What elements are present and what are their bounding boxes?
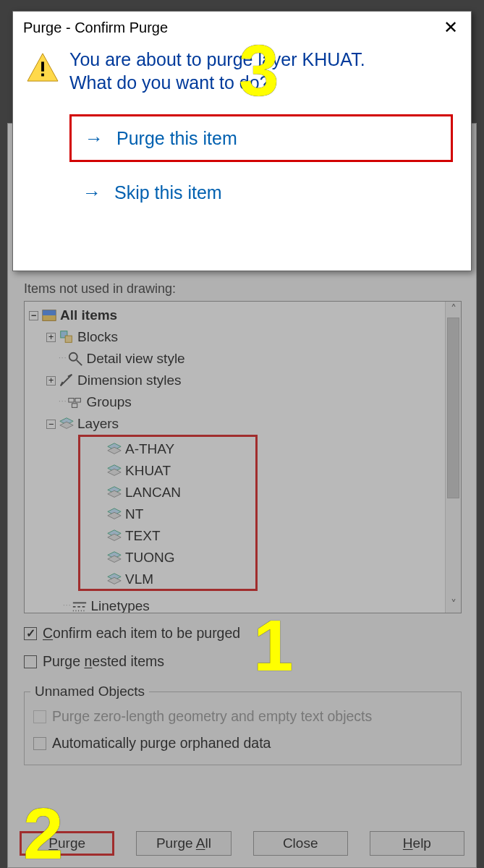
- svg-marker-12: [108, 447, 121, 454]
- arrow-right-icon: →: [82, 182, 101, 204]
- tree-dim[interactable]: + Dimension styles: [29, 370, 461, 391]
- confirm-title: Purge - Confirm Purge: [23, 20, 168, 36]
- layers-icon: [59, 417, 75, 431]
- layer-icon: [106, 550, 122, 565]
- svg-rect-29: [41, 61, 44, 71]
- layer-name: TEXT: [125, 528, 161, 544]
- svg-marker-16: [108, 490, 121, 497]
- detail-icon: [67, 352, 83, 366]
- groups-icon: [67, 395, 83, 409]
- checkbox-icon[interactable]: [24, 655, 37, 668]
- scroll-up-icon[interactable]: ˄: [446, 302, 461, 318]
- all-items-icon: [41, 308, 57, 323]
- close-icon[interactable]: ✕: [439, 17, 462, 38]
- svg-line-5: [77, 360, 82, 365]
- annotation-1: 1: [253, 604, 294, 687]
- layer-icon: [106, 529, 122, 543]
- layer-item[interactable]: TEXT: [80, 525, 255, 547]
- blocks-icon: [59, 330, 75, 344]
- tree-scrollbar[interactable]: ˄ ˅: [445, 302, 461, 613]
- help-button[interactable]: Help: [370, 831, 464, 856]
- layer-name: LANCAN: [125, 485, 181, 501]
- layer-icon: [106, 572, 122, 587]
- tree-linetypes[interactable]: ··· Linetypes: [33, 595, 150, 613]
- warning-icon: [26, 52, 62, 94]
- purge-zero-length-checkbox: Purge zero-length geometry and empty tex…: [33, 708, 452, 725]
- svg-marker-22: [108, 556, 121, 562]
- unnamed-legend: Unnamed Objects: [30, 684, 149, 699]
- svg-rect-8: [72, 404, 77, 408]
- button-bar: Purge Purge All Close Help: [20, 831, 464, 860]
- layer-item[interactable]: LANCAN: [80, 482, 255, 503]
- layer-icon: [106, 485, 122, 500]
- svg-rect-7: [75, 399, 80, 403]
- layer-name: VLM: [125, 571, 153, 587]
- annotation-2: 2: [23, 792, 64, 868]
- svg-rect-6: [69, 399, 74, 403]
- checkbox-icon[interactable]: [33, 737, 46, 750]
- collapse-icon[interactable]: −: [29, 311, 38, 320]
- scroll-down-icon[interactable]: ˅: [446, 597, 461, 613]
- skip-this-item-link[interactable]: → Skip this item: [69, 171, 471, 214]
- purge-orphaned-checkbox[interactable]: Automatically purge orphaned data: [33, 735, 452, 752]
- purge-all-button[interactable]: Purge All: [136, 831, 231, 856]
- tree-panel[interactable]: − All items + Blocks ··· Detail view sty…: [24, 301, 462, 613]
- layer-name: TUONG: [125, 550, 175, 566]
- tree-label: Dimension styles: [77, 370, 182, 391]
- expand-icon[interactable]: +: [46, 376, 56, 386]
- layer-item[interactable]: A-THAY: [80, 438, 255, 460]
- checkbox-icon: [33, 710, 46, 723]
- tree-detail[interactable]: ··· Detail view style: [29, 348, 461, 370]
- layer-item[interactable]: KHUAT: [80, 460, 255, 482]
- items-label: Items not used in drawing:: [24, 281, 462, 297]
- tree-label: All items: [60, 305, 117, 326]
- tree-label: Groups: [86, 391, 131, 413]
- close-button[interactable]: Close: [253, 831, 348, 856]
- tree-groups[interactable]: ··· Groups: [29, 391, 461, 413]
- svg-rect-3: [65, 336, 72, 342]
- layer-icon: [106, 442, 122, 456]
- confirm-each-checkbox[interactable]: Confirm each item to be purged: [24, 625, 462, 642]
- svg-marker-10: [60, 422, 73, 428]
- tree: − All items + Blocks ··· Detail view sty…: [25, 302, 461, 435]
- svg-rect-1: [43, 310, 56, 315]
- purge-this-item-link[interactable]: → Purge this item: [69, 114, 453, 162]
- linetypes-icon: [72, 599, 88, 613]
- unnamed-objects-group: Unnamed Objects Purge zero-length geomet…: [24, 692, 462, 765]
- layers-highlight: A-THAYKHUATLANCANNTTEXTTUONGVLM: [78, 435, 258, 591]
- svg-marker-18: [108, 512, 121, 519]
- tree-all-items[interactable]: − All items: [29, 305, 461, 326]
- annotation-3: 3: [239, 29, 279, 112]
- checkbox-icon[interactable]: [24, 627, 37, 640]
- layer-icon: [106, 507, 122, 522]
- purge-nested-checkbox[interactable]: Purge nested items: [24, 653, 462, 670]
- svg-marker-14: [108, 469, 121, 475]
- layer-name: KHUAT: [125, 463, 171, 479]
- layer-icon: [106, 464, 122, 478]
- tree-layers[interactable]: − Layers: [29, 413, 461, 435]
- layer-name: NT: [125, 506, 143, 522]
- svg-point-4: [69, 353, 77, 361]
- tree-label: Detail view style: [86, 348, 184, 370]
- tree-label: Layers: [77, 413, 119, 435]
- dim-icon: [59, 373, 75, 388]
- layer-item[interactable]: VLM: [80, 569, 255, 590]
- tree-label: Blocks: [77, 326, 118, 348]
- tree-label: Linetypes: [90, 595, 149, 613]
- svg-marker-24: [108, 577, 121, 584]
- layer-item[interactable]: TUONG: [80, 547, 255, 569]
- arrow-right-icon: →: [85, 127, 103, 150]
- svg-rect-30: [41, 74, 44, 77]
- expand-icon[interactable]: +: [46, 333, 56, 342]
- tree-blocks[interactable]: + Blocks: [29, 326, 461, 348]
- scroll-thumb[interactable]: [447, 318, 459, 498]
- svg-marker-20: [108, 534, 121, 540]
- collapse-icon[interactable]: −: [46, 420, 56, 429]
- confirm-message: You are about to purge layer KHUAT. What…: [62, 48, 365, 94]
- layer-item[interactable]: NT: [80, 503, 255, 525]
- layer-name: A-THAY: [125, 441, 174, 457]
